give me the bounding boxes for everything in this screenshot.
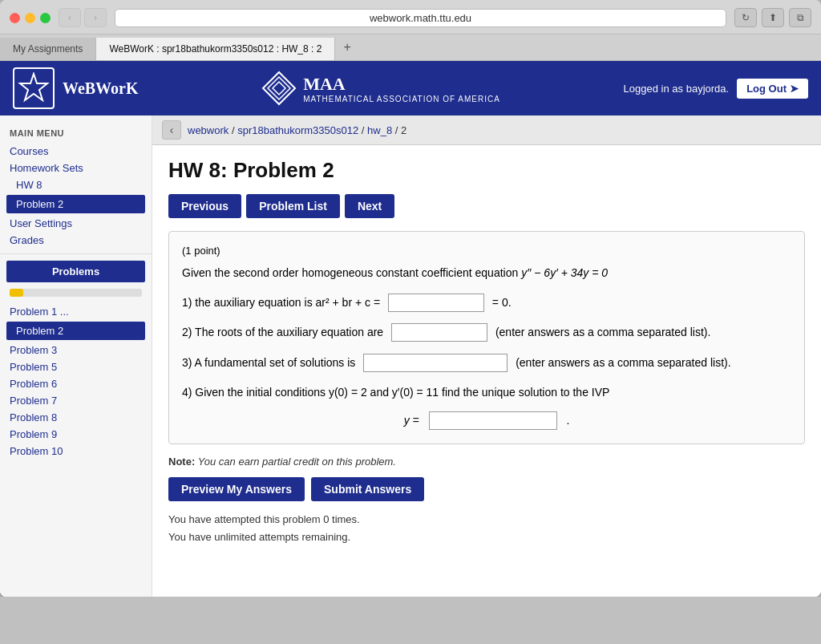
bottom-buttons: Preview My Answers Submit Answers — [168, 477, 805, 501]
share-icon[interactable]: ⬆ — [762, 8, 784, 27]
sidebar-item-problem2[interactable]: Problem 2 — [6, 195, 145, 213]
main-layout: MAIN MENU Courses Homework Sets HW 8 Pro… — [0, 115, 821, 597]
attempts-line2: You have unlimited attempts remaining. — [168, 529, 805, 546]
maa-logo: MAA MATHEMATICAL ASSOCIATION OF AMERICA — [261, 71, 500, 106]
action-buttons: Previous Problem List Next — [168, 194, 805, 218]
breadcrumb-course[interactable]: spr18bathukorm3350s012 — [237, 124, 358, 136]
forward-button[interactable]: › — [84, 8, 107, 27]
sidebar-problem-5[interactable]: Problem 5 — [0, 358, 152, 375]
problem-box: (1 point) Given the second order homogen… — [168, 231, 805, 444]
browser-titlebar: ‹ › webwork.math.ttu.edu ↻ ⬆ ⧉ — [0, 0, 821, 34]
sidebar-problem-8[interactable]: Problem 8 — [0, 409, 152, 426]
note-label: Note: — [168, 456, 195, 468]
problem-text: Given the second order homogeneous const… — [182, 263, 791, 431]
part2-input[interactable] — [391, 323, 487, 342]
browser-window: ‹ › webwork.math.ttu.edu ↻ ⬆ ⧉ My Assign… — [0, 0, 821, 597]
logged-in-text: Logged in as bayjorda. — [624, 83, 730, 95]
sidebar-item-grades[interactable]: Grades — [0, 232, 152, 249]
maa-text: MAA MATHEMATICAL ASSOCIATION OF AMERICA — [303, 74, 500, 103]
sidebar-problem-9[interactable]: Problem 9 — [0, 426, 152, 443]
breadcrumb-webwork[interactable]: webwork — [188, 124, 229, 136]
previous-button[interactable]: Previous — [168, 194, 241, 218]
webwork-logo: WeBWorK — [13, 67, 138, 109]
problem-area: HW 8: Problem 2 Previous Problem List Ne… — [152, 145, 821, 597]
equation-display: y′′ − 6y′ + 34y = 0 — [521, 266, 608, 279]
page-content: WeBWorK MAA MATHEMATICAL ASSOCIATION OF … — [0, 61, 821, 597]
part1-text: 1) the auxiliary equation is ar² + br + … — [182, 293, 791, 313]
webwork-title: WeBWorK — [63, 79, 138, 98]
sidebar-item-hw8[interactable]: HW 8 — [0, 176, 152, 193]
sidebar: MAIN MENU Courses Homework Sets HW 8 Pro… — [0, 115, 152, 597]
breadcrumb-back-button[interactable]: ‹ — [162, 120, 181, 140]
nav-buttons: ‹ › — [59, 8, 107, 27]
sidebar-problem-7[interactable]: Problem 7 — [0, 392, 152, 409]
back-button[interactable]: ‹ — [59, 8, 81, 27]
sidebar-problem-10[interactable]: Problem 10 — [0, 443, 152, 460]
problems-header: Problems — [6, 261, 145, 282]
tab-add-button[interactable]: + — [335, 34, 358, 60]
tab-icon[interactable]: ⧉ — [789, 8, 811, 27]
sidebar-item-courses[interactable]: Courses — [0, 143, 152, 160]
breadcrumb-hw8[interactable]: hw_8 — [367, 124, 392, 136]
browser-actions: ↻ ⬆ ⧉ — [734, 8, 811, 27]
tab-assignments[interactable]: My Assignments — [0, 38, 96, 60]
breadcrumb: webwork / spr18bathukorm3350s012 / hw_8 … — [188, 124, 406, 136]
y-label: y = — [404, 414, 419, 427]
webwork-logo-icon — [13, 67, 55, 109]
sidebar-problem-3[interactable]: Problem 3 — [0, 342, 152, 358]
tab-webwork[interactable]: WeBWorK : spr18bathukorm3350s012 : HW_8 … — [96, 38, 335, 60]
breadcrumb-current: 2 — [401, 124, 406, 136]
refresh-icon[interactable]: ↻ — [734, 8, 757, 27]
maximize-button[interactable] — [40, 13, 51, 23]
part3-input[interactable] — [363, 354, 508, 372]
browser-tabs: My Assignments WeBWorK : spr18bathukorm3… — [0, 34, 821, 61]
sidebar-item-user-settings[interactable]: User Settings — [0, 215, 152, 232]
close-button[interactable] — [10, 13, 20, 23]
address-bar[interactable]: webwork.math.ttu.edu — [115, 9, 726, 27]
part4-text: 4) Given the initial conditions y(0) = 2… — [182, 383, 791, 403]
progress-bar-fill — [10, 289, 23, 297]
problem-list-button[interactable]: Problem List — [246, 194, 340, 218]
part1-input[interactable] — [388, 294, 484, 312]
submit-button[interactable]: Submit Answers — [311, 477, 424, 501]
breadcrumb-bar: ‹ webwork / spr18bathukorm3350s012 / hw_… — [152, 115, 821, 145]
svg-marker-0 — [20, 74, 47, 100]
part4-equation: y = . — [182, 411, 791, 431]
webwork-header: WeBWorK MAA MATHEMATICAL ASSOCIATION OF … — [0, 61, 821, 115]
preview-button[interactable]: Preview My Answers — [168, 477, 305, 501]
sidebar-problem-1[interactable]: Problem 1 ... — [0, 303, 152, 320]
attempts-text: You have attempted this problem 0 times.… — [168, 511, 805, 546]
progress-bar — [10, 289, 142, 297]
traffic-lights — [10, 13, 51, 23]
main-menu-label: MAIN MENU — [0, 124, 152, 143]
problem-title: HW 8: Problem 2 — [168, 158, 805, 183]
header-right: Logged in as bayjorda. Log Out ➤ — [624, 79, 808, 99]
note-text: You can earn partial credit on this prob… — [198, 456, 396, 468]
attempts-line1: You have attempted this problem 0 times. — [168, 511, 805, 529]
problem-points: (1 point) — [182, 245, 791, 257]
sidebar-problem-6[interactable]: Problem 6 — [0, 375, 152, 392]
sidebar-divider — [0, 253, 152, 254]
next-button[interactable]: Next — [345, 194, 394, 218]
part2-text: 2) The roots of the auxiliary equation a… — [182, 322, 791, 342]
minimize-button[interactable] — [25, 13, 35, 23]
right-panel: ‹ webwork / spr18bathukorm3350s012 / hw_… — [152, 115, 821, 597]
maa-diamond-icon — [261, 71, 297, 106]
sidebar-problem-2-active[interactable]: Problem 2 — [6, 322, 145, 340]
y-suffix: . — [566, 414, 569, 427]
note-section: Note: You can earn partial credit on thi… — [168, 456, 805, 468]
part3-text: 3) A fundamental set of solutions is (en… — [182, 353, 791, 373]
y-input[interactable] — [429, 411, 557, 430]
problem-description: Given the second order homogeneous const… — [182, 263, 791, 283]
sidebar-item-homework-sets[interactable]: Homework Sets — [0, 160, 152, 176]
webwork-star-icon — [18, 72, 50, 104]
svg-marker-3 — [273, 82, 285, 95]
logout-button[interactable]: Log Out ➤ — [737, 79, 808, 99]
